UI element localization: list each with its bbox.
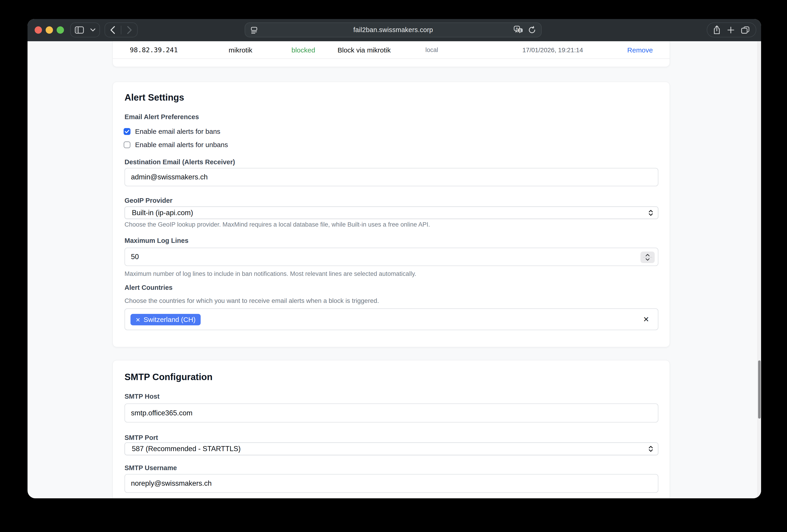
- tabs-overview-icon[interactable]: [741, 26, 750, 34]
- nav-divider: [121, 26, 121, 35]
- tag-remove-icon[interactable]: ✕: [135, 317, 140, 323]
- unban-alerts-checkbox-label: Enable email alerts for unbans: [135, 141, 228, 149]
- select-updown-icon: [648, 445, 653, 452]
- select-updown-icon: [648, 209, 653, 216]
- banned-ip-cell: 98.82.39.241: [130, 41, 178, 59]
- smtp-username-label: SMTP Username: [125, 464, 177, 472]
- sidebar-toggle-button[interactable]: [70, 22, 100, 37]
- smtp-configuration-title: SMTP Configuration: [125, 372, 213, 382]
- smtp-host-label: SMTP Host: [125, 393, 159, 400]
- chevron-down-icon: [90, 28, 95, 31]
- remove-ban-link[interactable]: Remove: [627, 41, 653, 59]
- smtp-configuration-card: SMTP Configuration SMTP Host smtp.office…: [112, 360, 670, 498]
- address-bar[interactable]: fail2ban.swissmakers.corp A 文: [245, 22, 541, 37]
- geoip-provider-select[interactable]: Built-in (ip-api.com): [125, 206, 658, 219]
- alert-countries-label: Alert Countries: [125, 284, 172, 291]
- email-alert-preferences-label: Email Alert Preferences: [125, 113, 199, 121]
- unban-alerts-checkbox[interactable]: [124, 141, 130, 148]
- checkbox-row-unbans: Enable email alerts for unbans: [124, 140, 228, 149]
- status-badge: blocked: [292, 41, 315, 59]
- alert-countries-description: Choose the countries for which you want …: [125, 297, 379, 305]
- ban-alerts-checkbox[interactable]: [124, 128, 130, 135]
- translate-icon[interactable]: A 文: [514, 26, 523, 35]
- scrollbar-thumb[interactable]: [758, 360, 761, 419]
- action-cell: Block via mikrotik: [338, 41, 391, 59]
- geoip-help-text: Choose the GeoIP lookup provider. MaxMin…: [125, 221, 430, 228]
- banned-ips-table-card: 98.82.39.241 mikrotik blocked Block via …: [112, 41, 670, 67]
- destination-email-label: Destination Email (Alerts Receiver): [125, 158, 235, 166]
- jail-cell: mikrotik: [229, 41, 252, 59]
- ban-alerts-checkbox-label: Enable email alerts for bans: [135, 128, 220, 135]
- browser-window: fail2ban.swissmakers.corp A 文: [27, 19, 761, 498]
- max-log-lines-value: 50: [131, 253, 139, 261]
- max-log-lines-label: Maximum Log Lines: [125, 237, 189, 244]
- alert-countries-multiselect[interactable]: ✕ Switzerland (CH) ✕: [125, 308, 658, 330]
- forward-icon[interactable]: [127, 26, 132, 34]
- sidebar-icon: [75, 26, 84, 34]
- source-cell: local: [425, 41, 438, 59]
- smtp-username-input[interactable]: noreply@swissmakers.ch: [125, 474, 658, 493]
- destination-email-input[interactable]: admin@swissmakers.ch: [125, 168, 658, 186]
- country-tag-label: Switzerland (CH): [144, 316, 196, 324]
- max-log-lines-input[interactable]: 50: [125, 248, 658, 266]
- number-stepper[interactable]: [640, 251, 655, 263]
- date-cell: 17/01/2026, 19:21:14: [523, 41, 583, 59]
- smtp-host-value: smtp.office365.com: [131, 409, 192, 417]
- max-log-lines-help-text: Maximum number of log lines to include i…: [125, 270, 416, 278]
- share-icon[interactable]: [713, 25, 721, 35]
- stepper-up-icon: [645, 254, 650, 257]
- navigation-buttons: [105, 22, 137, 37]
- clear-selection-icon[interactable]: ✕: [643, 315, 649, 324]
- svg-text:A: A: [516, 27, 518, 30]
- safari-toolbar: fail2ban.swissmakers.corp A 文: [27, 19, 761, 41]
- geoip-provider-value: Built-in (ip-api.com): [132, 209, 193, 217]
- smtp-host-input[interactable]: smtp.office365.com: [125, 403, 658, 422]
- zoom-window-button[interactable]: [57, 26, 64, 34]
- alert-settings-title: Alert Settings: [125, 92, 184, 103]
- toolbar-right-buttons: [707, 22, 756, 37]
- alert-settings-card: Alert Settings Email Alert Preferences E…: [112, 82, 670, 347]
- minimize-window-button[interactable]: [46, 26, 53, 34]
- url-text: fail2ban.swissmakers.corp: [245, 26, 541, 34]
- country-tag[interactable]: ✕ Switzerland (CH): [130, 314, 201, 325]
- reload-icon[interactable]: [528, 26, 536, 34]
- geoip-provider-label: GeoIP Provider: [125, 197, 172, 204]
- smtp-port-select[interactable]: 587 (Recommended - STARTTLS): [125, 442, 658, 455]
- new-tab-icon[interactable]: [727, 26, 735, 34]
- scrollbar-track[interactable]: [758, 41, 761, 498]
- stepper-down-icon: [645, 258, 650, 261]
- table-row: 98.82.39.241 mikrotik blocked Block via …: [113, 41, 669, 59]
- smtp-username-value: noreply@swissmakers.ch: [131, 479, 212, 488]
- smtp-port-value: 587 (Recommended - STARTTLS): [132, 445, 240, 453]
- checkbox-row-bans: Enable email alerts for bans: [124, 127, 220, 136]
- close-window-button[interactable]: [35, 26, 42, 34]
- smtp-port-label: SMTP Port: [125, 434, 158, 442]
- destination-email-value: admin@swissmakers.ch: [131, 173, 208, 181]
- back-icon[interactable]: [110, 26, 115, 34]
- svg-text:文: 文: [519, 29, 522, 32]
